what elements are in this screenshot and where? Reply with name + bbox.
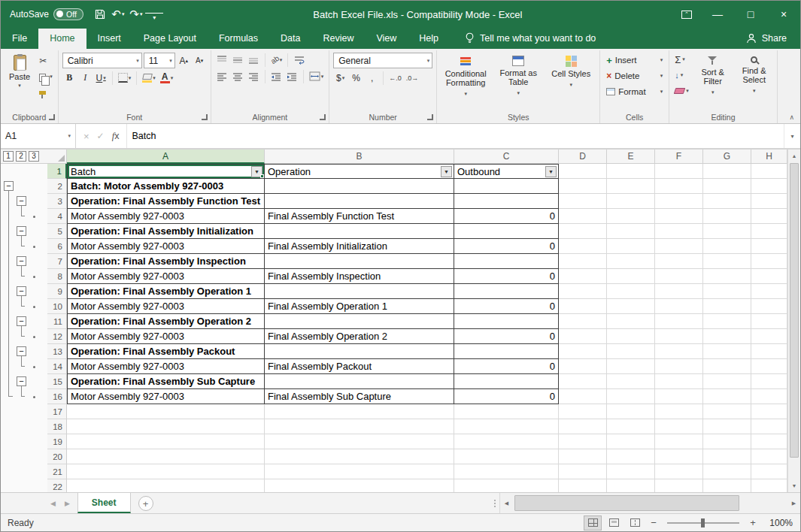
align-middle-button[interactable] — [231, 53, 245, 67]
cell-D5[interactable] — [559, 224, 607, 239]
vertical-scroll-thumb[interactable] — [790, 163, 799, 458]
cell-D13[interactable] — [559, 344, 607, 359]
cell-G9[interactable] — [703, 284, 751, 299]
cell-D4[interactable] — [559, 209, 607, 224]
cell-B5[interactable] — [265, 224, 454, 239]
row-header-5[interactable]: 5 — [47, 224, 67, 239]
horizontal-scrollbar[interactable]: ◀ ▶ — [499, 493, 800, 513]
cut-button[interactable]: ✂ — [38, 54, 54, 68]
cell-B14[interactable]: Final Assembly Packout — [265, 359, 454, 374]
filter-dropdown-icon[interactable]: ▼ — [545, 166, 557, 177]
cell-F5[interactable] — [655, 224, 703, 239]
page-break-view-button[interactable] — [626, 515, 644, 530]
row-header-8[interactable]: 8 — [47, 269, 67, 284]
cell-F8[interactable] — [655, 269, 703, 284]
cell-C20[interactable] — [454, 449, 559, 464]
cell-E14[interactable] — [607, 359, 655, 374]
cell-D12[interactable] — [559, 329, 607, 344]
cell-A15[interactable]: Operation: Final Assembly Sub Capture — [67, 374, 265, 389]
cell-E16[interactable] — [607, 389, 655, 404]
previous-sheet-icon[interactable]: ◀ — [50, 500, 56, 507]
currency-format-button[interactable]: $▾ — [333, 71, 347, 85]
font-name-select[interactable]: Calibri▾ — [62, 53, 142, 68]
delete-cells-button[interactable]: ×Delete▾ — [604, 68, 665, 83]
column-header-E[interactable]: E — [607, 150, 655, 164]
cell-A1[interactable]: Batch▼ — [67, 164, 265, 179]
insert-function-button[interactable]: fx — [112, 131, 120, 142]
cell-A4[interactable]: Motor Assembly 927-0003 — [67, 209, 265, 224]
cell-C11[interactable] — [454, 314, 559, 329]
cell-A13[interactable]: Operation: Final Assembly Packout — [67, 344, 265, 359]
cell-C16[interactable]: 0 — [454, 389, 559, 404]
tab-formulas[interactable]: Formulas — [208, 29, 269, 49]
cell-D18[interactable] — [559, 419, 607, 434]
underline-button[interactable]: U▾ — [94, 71, 108, 85]
cell-C18[interactable] — [454, 419, 559, 434]
cell-G6[interactable] — [703, 239, 751, 254]
cell-H10[interactable] — [751, 299, 787, 314]
cell-B18[interactable] — [265, 419, 454, 434]
align-left-button[interactable] — [215, 69, 229, 83]
cell-E18[interactable] — [607, 419, 655, 434]
increase-font-size-button[interactable]: A▴ — [177, 53, 191, 68]
vertical-scrollbar[interactable]: ▲ ▼ — [787, 150, 800, 492]
cell-B1[interactable]: Operation▼ — [265, 164, 454, 179]
filter-dropdown-icon[interactable]: ▼ — [441, 166, 452, 177]
cell-H3[interactable] — [751, 194, 787, 209]
autosave-pill[interactable]: Off — [53, 8, 83, 20]
scroll-up-icon[interactable]: ▲ — [788, 150, 800, 162]
sheet-tab[interactable]: Sheet — [77, 493, 131, 513]
cell-C14[interactable]: 0 — [454, 359, 559, 374]
cell-E10[interactable] — [607, 299, 655, 314]
cell-A2[interactable]: Batch: Motor Assembly 927-0003 — [67, 179, 265, 194]
cell-F1[interactable] — [655, 164, 703, 179]
cell-H17[interactable] — [751, 404, 787, 419]
outline-collapse-button[interactable]: − — [17, 256, 26, 266]
font-dialog-launcher[interactable] — [202, 114, 208, 120]
row-header-13[interactable]: 13 — [47, 344, 67, 359]
cell-D7[interactable] — [559, 254, 607, 269]
cell-A3[interactable]: Operation: Final Assembly Function Test — [67, 194, 265, 209]
cell-F9[interactable] — [655, 284, 703, 299]
cell-H11[interactable] — [751, 314, 787, 329]
redo-button[interactable]: ↷▾ — [127, 5, 145, 24]
cell-C3[interactable] — [454, 194, 559, 209]
cell-B7[interactable] — [265, 254, 454, 269]
tab-data[interactable]: Data — [269, 29, 311, 49]
copy-button[interactable]: ▾ — [38, 70, 54, 83]
paste-button[interactable]: Paste ▾ — [5, 53, 35, 110]
tell-me-box[interactable]: Tell me what you want to do — [465, 32, 596, 49]
clear-button[interactable]: ▾ — [673, 84, 690, 98]
cell-E4[interactable] — [607, 209, 655, 224]
cell-F7[interactable] — [655, 254, 703, 269]
column-header-C[interactable]: C — [454, 150, 559, 164]
select-all-corner[interactable] — [47, 150, 67, 164]
cell-G10[interactable] — [703, 299, 751, 314]
cell-A18[interactable] — [67, 419, 265, 434]
cell-F19[interactable] — [655, 434, 703, 449]
cell-D22[interactable] — [559, 479, 607, 492]
cell-H19[interactable] — [751, 434, 787, 449]
outline-collapse-button[interactable]: − — [4, 181, 14, 191]
collapse-ribbon-button[interactable]: ∧ — [789, 113, 794, 121]
ribbon-display-options-button[interactable]: ⌃ — [672, 1, 701, 28]
number-dialog-launcher[interactable] — [427, 114, 433, 120]
decrease-font-size-button[interactable]: A▾ — [193, 53, 207, 68]
percent-format-button[interactable]: % — [349, 71, 363, 85]
cell-G17[interactable] — [703, 404, 751, 419]
cell-B4[interactable]: Final Assembly Function Test — [265, 209, 454, 224]
cell-E5[interactable] — [607, 224, 655, 239]
cell-F3[interactable] — [655, 194, 703, 209]
align-center-button[interactable] — [231, 69, 245, 83]
cell-D10[interactable] — [559, 299, 607, 314]
tab-view[interactable]: View — [365, 29, 408, 49]
cell-F21[interactable] — [655, 464, 703, 479]
row-header-20[interactable]: 20 — [47, 449, 67, 464]
cell-E3[interactable] — [607, 194, 655, 209]
cell-F18[interactable] — [655, 419, 703, 434]
cell-F15[interactable] — [655, 374, 703, 389]
cell-D9[interactable] — [559, 284, 607, 299]
cell-H7[interactable] — [751, 254, 787, 269]
outline-level-1-button[interactable]: 1 — [3, 151, 14, 162]
cell-B21[interactable] — [265, 464, 454, 479]
